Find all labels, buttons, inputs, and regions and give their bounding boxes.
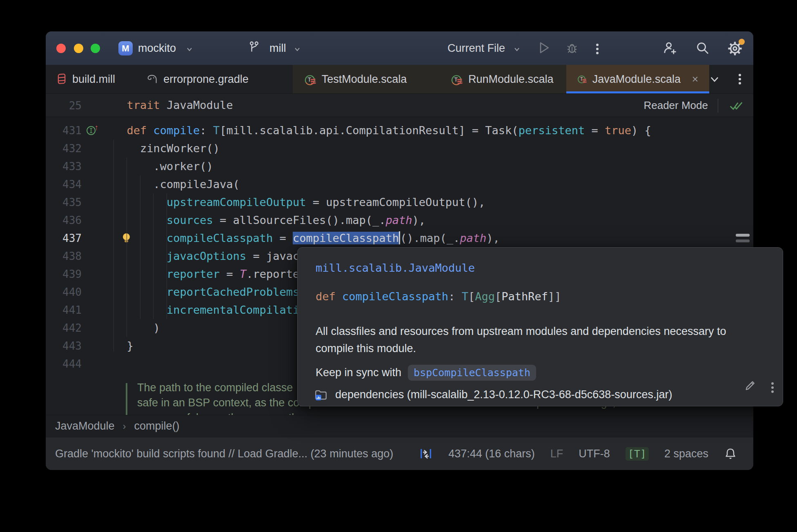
popup-signature: def compileClasspath: T[Agg[PathRef]] bbox=[316, 290, 561, 303]
tab-options-menu[interactable] bbox=[739, 72, 741, 86]
code-text: ) bbox=[114, 319, 160, 337]
macos-maximize-button[interactable] bbox=[91, 44, 100, 53]
code-text: reportCachedProblems bbox=[114, 283, 299, 301]
edit-pencil-icon[interactable] bbox=[744, 379, 757, 392]
encoding-widget[interactable]: UTF-8 bbox=[579, 448, 610, 460]
tab-errorprone-gradle[interactable]: errorprone.gradle bbox=[135, 65, 268, 93]
line-number[interactable]: 441 bbox=[46, 301, 82, 319]
settings-gear-icon[interactable] bbox=[726, 40, 744, 58]
chevron-down-icon bbox=[294, 46, 301, 53]
tab-label: TestModule.scala bbox=[322, 73, 407, 86]
gradle-elephant-icon bbox=[146, 73, 158, 85]
popup-sync-label: Keep in sync with bbox=[316, 366, 401, 379]
line-number[interactable]: 434 bbox=[46, 175, 82, 193]
project-icon[interactable]: M bbox=[118, 41, 133, 55]
sticky-header-line[interactable]: 25 trait JavaModule Reader Mode bbox=[46, 94, 753, 117]
code-line-431[interactable]: 431I↑ def compile: T[mill.scalalib.api.C… bbox=[46, 122, 753, 140]
code-text: compileClasspath = compileClasspath().ma… bbox=[114, 229, 500, 247]
code-text: javacOptions = javacO bbox=[114, 247, 306, 265]
popup-source-jar-label[interactable]: dependencies (mill-scalalib_2.13-0.12.0-… bbox=[335, 388, 672, 401]
macos-minimize-button[interactable] bbox=[74, 44, 83, 53]
doc-comment-line: The path to the compiled classe bbox=[137, 381, 293, 394]
indent-widget[interactable]: 2 spaces bbox=[664, 448, 708, 460]
code-text: } bbox=[114, 337, 134, 355]
caret-position-widget[interactable]: 437:44 (16 chars) bbox=[448, 448, 535, 460]
scala-trait-icon: T bbox=[577, 73, 587, 86]
more-actions-menu[interactable] bbox=[596, 42, 599, 56]
line-ending-widget[interactable]: LF bbox=[550, 448, 563, 460]
line-number[interactable]: 435 bbox=[46, 193, 82, 211]
line-number[interactable]: 437 bbox=[46, 229, 82, 247]
code-text: upstreamCompileOutput = upstreamCompileO… bbox=[114, 193, 485, 211]
code-text: .compileJava( bbox=[114, 175, 240, 193]
branch-selector[interactable]: mill bbox=[269, 42, 286, 55]
line-number[interactable]: 431 bbox=[46, 122, 82, 140]
popup-sync-code-chip[interactable]: bspCompileClasspath bbox=[408, 365, 536, 381]
code-text: sources = allSourceFiles().map(_.path), bbox=[114, 211, 425, 229]
mill-file-icon bbox=[56, 73, 67, 85]
tab-build-mill[interactable]: build.mill bbox=[46, 65, 135, 93]
breadcrumb-item-class[interactable]: JavaModule bbox=[55, 420, 115, 432]
status-bar: Gradle 'mockito' build scripts found // … bbox=[46, 437, 753, 470]
scala-trait-icon: T bbox=[303, 73, 316, 86]
code-text: zincWorker() bbox=[114, 140, 220, 157]
line-number[interactable]: 440 bbox=[46, 283, 82, 301]
code-line-434[interactable]: 434 .compileJava( bbox=[46, 175, 753, 193]
run-configuration-selector[interactable]: Current File bbox=[447, 42, 505, 55]
code-line-437[interactable]: 437 compileClasspath = compileClasspath(… bbox=[46, 229, 753, 247]
indent-guide bbox=[153, 193, 154, 319]
status-message[interactable]: Gradle 'mockito' build scripts found // … bbox=[46, 448, 393, 460]
overrides-gutter-icon[interactable]: I↑ bbox=[87, 124, 100, 137]
code-text: incrementalCompilatio bbox=[114, 301, 306, 319]
title-bar: M mockito mill Current File bbox=[46, 31, 753, 65]
scala-trait-icon: T bbox=[450, 73, 463, 86]
documentation-popup: mill.scalalib.JavaModule def compileClas… bbox=[297, 247, 783, 406]
add-user-icon[interactable] bbox=[662, 40, 678, 56]
library-folder-icon bbox=[314, 388, 328, 401]
indent-guide bbox=[114, 140, 114, 352]
tab-label: RunModule.scala bbox=[468, 73, 554, 86]
code-text: def compile: T[mill.scalalib.api.Compila… bbox=[114, 122, 651, 140]
line-number[interactable]: 432 bbox=[46, 140, 82, 157]
indent-guide bbox=[167, 193, 167, 319]
line-number[interactable]: 444 bbox=[46, 355, 82, 373]
notifications-bell-icon[interactable] bbox=[724, 447, 737, 461]
tab-testmodule-scala[interactable]: T TestModule.scala bbox=[293, 65, 439, 93]
popup-qualifier-link[interactable]: mill.scalalib.JavaModule bbox=[316, 262, 475, 274]
tab-label: build.mill bbox=[72, 73, 115, 86]
line-number[interactable]: 436 bbox=[46, 211, 82, 229]
close-tab-icon[interactable] bbox=[692, 75, 699, 84]
code-line-436[interactable]: 436 sources = allSourceFiles().map(_.pat… bbox=[46, 211, 753, 229]
code-line-435[interactable]: 435 upstreamCompileOutput = upstreamComp… bbox=[46, 193, 753, 211]
sticky-line-number: 25 bbox=[46, 99, 82, 113]
code-line-432[interactable]: 432 zincWorker() bbox=[46, 140, 753, 157]
run-button[interactable] bbox=[537, 40, 550, 55]
line-number[interactable]: 438 bbox=[46, 247, 82, 265]
line-number[interactable]: 433 bbox=[46, 157, 82, 175]
popup-more-menu[interactable] bbox=[771, 381, 774, 395]
line-number[interactable]: 443 bbox=[46, 337, 82, 355]
inspections-ok-check-icon[interactable] bbox=[728, 98, 744, 113]
tab-runmodule-scala[interactable]: T RunModule.scala bbox=[439, 65, 566, 93]
code-line-433[interactable]: 433 .worker() bbox=[46, 157, 753, 175]
line-number[interactable]: 439 bbox=[46, 265, 82, 283]
highlighting-scope-badge[interactable]: [T] bbox=[626, 447, 649, 461]
breadcrumb-item-method[interactable]: compile() bbox=[134, 420, 180, 432]
code-text: .worker() bbox=[114, 157, 213, 175]
code-style-indent-icon[interactable] bbox=[419, 447, 433, 461]
debug-button[interactable] bbox=[565, 40, 579, 55]
sticky-code-text: trait JavaModule bbox=[114, 99, 233, 111]
editor-tab-bar: build.mill errorprone.gradle T TestModul… bbox=[46, 65, 753, 94]
line-number[interactable]: 442 bbox=[46, 319, 82, 337]
scrollbar-mark[interactable] bbox=[736, 239, 750, 242]
reader-mode-label[interactable]: Reader Mode bbox=[643, 99, 708, 112]
chevron-down-icon bbox=[514, 46, 520, 53]
breadcrumb: JavaModule › compile() bbox=[46, 415, 753, 437]
expand-tabs-chevron-icon[interactable] bbox=[709, 74, 720, 84]
macos-close-button[interactable] bbox=[56, 44, 66, 53]
project-selector[interactable]: mockito bbox=[138, 42, 176, 55]
search-icon[interactable] bbox=[695, 40, 710, 56]
tab-javamodule-scala[interactable]: T JavaModule.scala bbox=[566, 65, 709, 93]
breadcrumb-separator: › bbox=[123, 421, 126, 432]
scrollbar-thumb[interactable] bbox=[736, 234, 750, 237]
